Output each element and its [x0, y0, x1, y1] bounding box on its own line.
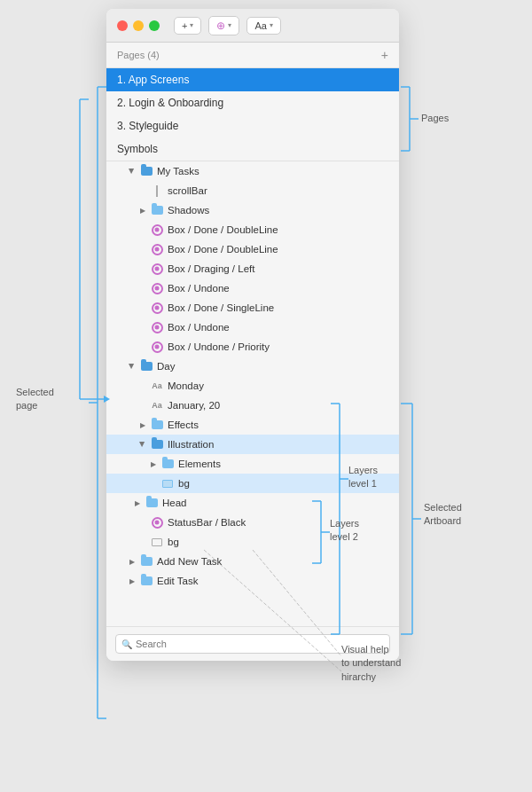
layer-day-label: Day [157, 361, 399, 372]
text-style-button[interactable]: Aa ▾ [246, 17, 280, 35]
folder-my-tasks-icon [140, 165, 153, 177]
annotation-layers-l2: Layers level 2 [330, 517, 359, 545]
rect-bg-outer-icon [151, 536, 163, 548]
layer-box-priority-label: Box / Undone / Priority [168, 341, 399, 352]
chevron-head-icon: ▶ [133, 498, 142, 507]
chevron-illustration-icon: ▶ [138, 440, 147, 449]
layer-box-undone-1[interactable]: ▶ Box / Undone [106, 278, 399, 298]
layer-effects-label: Effects [168, 420, 399, 430]
layer-my-tasks[interactable]: ▶ My Tasks [106, 161, 399, 181]
symbol-box-done-dbl1-icon [151, 223, 163, 236]
symbol-box-undone2-icon [151, 321, 163, 333]
layer-box-undone-2[interactable]: ▶ Box / Undone [106, 318, 399, 337]
folder-head-icon [145, 497, 158, 509]
annotation-selected-artboard: Selected Artboard [424, 501, 462, 529]
layer-add-new-task[interactable]: ▶ Add New Task [106, 552, 399, 571]
layer-shadows-label: Shadows [168, 205, 399, 216]
annotation-pages: Pages [421, 112, 449, 125]
layer-bg-outer-label: bg [168, 537, 399, 547]
layer-day[interactable]: ▶ Day [106, 357, 399, 376]
folder-day-icon [140, 360, 153, 372]
add-chevron-icon: ▾ [190, 21, 193, 29]
sketch-panel: + ▾ ⊕ ▾ Aa ▾ Pages (4) + 1. App Screens … [106, 9, 399, 661]
layer-january[interactable]: ▶ Aa January, 20 [106, 396, 399, 415]
add-page-button[interactable]: + [381, 48, 388, 62]
layer-monday[interactable]: ▶ Aa Monday [106, 376, 399, 396]
layer-add-task-label: Add New Task [157, 556, 399, 567]
page-item-styleguide[interactable]: 3. Styleguide [106, 114, 399, 137]
layer-head-label: Head [162, 498, 399, 508]
chevron-add-task-icon: ▶ [128, 557, 137, 566]
folder-illustration-icon [151, 438, 163, 451]
layer-box-undone2-label: Box / Undone [168, 322, 399, 333]
symbol-box-undone1-icon [151, 282, 163, 294]
chevron-day-icon: ▶ [128, 362, 137, 371]
symbol-box-drag-icon [151, 263, 163, 275]
folder-elements-icon [161, 458, 174, 470]
layer-shadows[interactable]: ▶ Shadows [106, 200, 399, 220]
folder-edit-task-icon [140, 575, 153, 587]
layer-box-done-dbl-1[interactable]: ▶ Box / Done / DoubleLine [106, 220, 399, 239]
layer-box-done-single[interactable]: ▶ Box / Done / SingleLine [106, 298, 399, 318]
symbol-chevron-icon: ▾ [228, 21, 231, 29]
annotation-layers-l1: Layers level 1 [348, 464, 378, 491]
title-bar: + ▾ ⊕ ▾ Aa ▾ [106, 9, 399, 43]
chevron-edit-task-icon: ▶ [128, 576, 137, 585]
text-style-icon: Aa [254, 20, 266, 31]
symbol-button[interactable]: ⊕ ▾ [208, 16, 239, 35]
chevron-elements-icon: ▶ [149, 459, 158, 468]
maximize-button[interactable] [149, 20, 160, 31]
rect-bg-inner-icon [161, 477, 174, 490]
line-scrollbar-icon [151, 184, 163, 197]
layer-effects[interactable]: ▶ Effects [106, 415, 399, 435]
folder-add-task-icon [140, 555, 153, 568]
layer-my-tasks-label: My Tasks [157, 166, 399, 176]
layer-edit-task-label: Edit Task [157, 576, 399, 586]
symbol-box-done-dbl2-icon [151, 243, 163, 255]
pages-count-label: Pages (4) [117, 50, 160, 60]
layer-scrollbar[interactable]: ▶ scrollBar [106, 181, 399, 200]
layer-box-done-dbl-2[interactable]: ▶ Box / Done / DoubleLine [106, 239, 399, 259]
layer-edit-task[interactable]: ▶ Edit Task [106, 571, 399, 591]
layer-statusbar-label: StatusBar / Black [168, 517, 399, 528]
search-icon: 🔍 [121, 639, 132, 649]
page-item-login[interactable]: 2. Login & Onboarding [106, 91, 399, 114]
folder-effects-icon [151, 419, 163, 431]
text-chevron-icon: ▾ [270, 21, 273, 29]
layer-box-done-dbl1-label: Box / Done / DoubleLine [168, 224, 399, 235]
folder-shadows-icon [151, 204, 163, 216]
page-item-app-screens[interactable]: 1. App Screens [106, 68, 399, 91]
layer-monday-label: Monday [168, 380, 399, 391]
bottom-spacer [106, 591, 399, 626]
plus-icon: + [182, 20, 187, 31]
symbol-icon: ⊕ [216, 20, 225, 32]
add-button[interactable]: + ▾ [174, 17, 201, 35]
layer-box-done-dbl2-label: Box / Done / DoubleLine [168, 244, 399, 255]
chevron-shadows-icon: ▶ [138, 206, 147, 215]
layer-box-drag-label: Box / Draging / Left [168, 263, 399, 274]
close-button[interactable] [117, 20, 128, 31]
layer-illustration[interactable]: ▶ Illustration [106, 435, 399, 454]
layer-box-undone1-label: Box / Undone [168, 283, 399, 294]
annotation-visual-help: Visual help to understand hirarchy [341, 643, 401, 684]
symbol-box-priority-icon [151, 341, 163, 353]
chevron-effects-icon: ▶ [138, 420, 147, 429]
traffic-lights [117, 20, 160, 31]
layer-january-label: January, 20 [168, 400, 399, 411]
text-monday-icon: Aa [151, 380, 163, 392]
symbol-statusbar-icon [151, 516, 163, 529]
text-january-icon: Aa [151, 399, 163, 412]
pages-header: Pages (4) + [106, 43, 399, 68]
annotation-selected-page: Selected page [16, 386, 54, 413]
layer-illustration-label: Illustration [168, 439, 399, 450]
layer-scrollbar-label: scrollBar [168, 185, 399, 196]
chevron-my-tasks-icon: ▶ [128, 167, 137, 176]
layer-box-undone-priority[interactable]: ▶ Box / Undone / Priority [106, 337, 399, 357]
symbol-box-done-single-icon [151, 302, 163, 314]
pages-list: 1. App Screens 2. Login & Onboarding 3. … [106, 68, 399, 161]
layer-box-drag-left[interactable]: ▶ Box / Draging / Left [106, 259, 399, 278]
page-item-symbols[interactable]: Symbols [106, 137, 399, 161]
minimize-button[interactable] [133, 20, 144, 31]
layer-box-done-single-label: Box / Done / SingleLine [168, 302, 399, 313]
layer-head[interactable]: ▶ Head [106, 493, 399, 513]
